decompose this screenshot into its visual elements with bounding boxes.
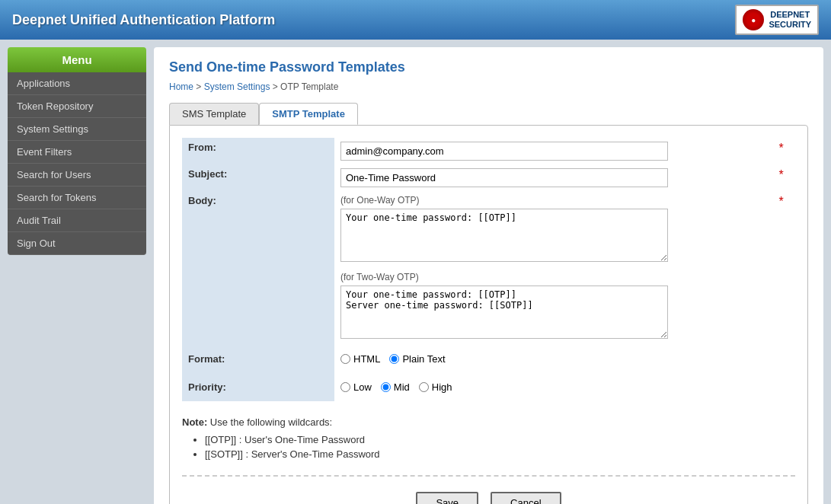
subject-field-cell (334, 164, 769, 191)
breadcrumb: Home > System Settings > OTP Template (169, 81, 808, 92)
breadcrumb-system-settings[interactable]: System Settings (204, 81, 270, 92)
sidebar-item-applications[interactable]: Applications (8, 72, 146, 95)
from-required: * (775, 142, 783, 155)
format-html-label[interactable]: HTML (340, 353, 380, 365)
from-field-cell (334, 138, 769, 164)
wildcard-sotp: [[SOTP]] : Server's One-Time Password (205, 448, 795, 460)
tab-sms-template[interactable]: SMS Template (169, 103, 259, 125)
tab-smtp-template[interactable]: SMTP Template (259, 103, 358, 125)
body-field-cell: (for One-Way OTP) Your one-time password… (334, 191, 769, 345)
format-plaintext-radio[interactable] (389, 354, 399, 364)
body-row: Body: (for One-Way OTP) Your one-time pa… (182, 191, 795, 345)
priority-field-cell: Low Mid High (334, 373, 795, 401)
format-label: Format: (182, 345, 334, 373)
wildcards-list: [[OTP]] : User's One-Time Password [[SOT… (205, 434, 795, 460)
cancel-button[interactable]: Cancel (491, 492, 561, 504)
subject-row: Subject: * (182, 164, 795, 191)
button-row: Save Cancel (182, 492, 795, 504)
logo: ● DEEPNETSECURITY (735, 5, 819, 35)
sidebar-item-event-filters[interactable]: Event Filters (8, 141, 146, 164)
priority-high-label[interactable]: High (419, 381, 452, 393)
format-plaintext-label[interactable]: Plain Text (389, 353, 445, 365)
sidebar-menu-header: Menu (8, 47, 146, 72)
from-row: From: * (182, 138, 795, 164)
save-button[interactable]: Save (416, 492, 478, 504)
form-table: From: * Subject: * Body: (for O (182, 138, 795, 401)
breadcrumb-current: OTP Template (280, 81, 338, 92)
divider (182, 475, 795, 477)
note-prefix: Note: (182, 416, 207, 428)
priority-low-radio[interactable] (340, 382, 350, 392)
subject-input[interactable] (340, 168, 668, 187)
note-section: Note: Use the following wildcards: [[OTP… (182, 416, 795, 460)
body-required: * (775, 195, 783, 208)
body-one-way-label: (for One-Way OTP) (340, 195, 763, 206)
priority-row: Priority: Low Mid High (182, 373, 795, 401)
main-content: Send One-time Password Templates Home > … (154, 47, 823, 504)
from-input[interactable] (340, 142, 668, 161)
sidebar-item-sign-out[interactable]: Sign Out (8, 232, 146, 255)
sidebar-item-system-settings[interactable]: System Settings (8, 118, 146, 141)
sidebar-item-search-for-tokens[interactable]: Search for Tokens (8, 187, 146, 209)
format-radio-group: HTML Plain Text (340, 349, 789, 369)
sidebar: Menu Applications Token Repository Syste… (8, 47, 146, 504)
tabs: SMS Template SMTP Template (169, 103, 808, 125)
format-row: Format: HTML Plain Text (182, 345, 795, 373)
wildcard-otp: [[OTP]] : User's One-Time Password (205, 434, 795, 445)
layout: Menu Applications Token Repository Syste… (0, 40, 831, 504)
sidebar-item-audit-trail[interactable]: Audit Trail (8, 209, 146, 232)
app-title: Deepnet Unified Authentication Platform (12, 12, 275, 28)
subject-required: * (775, 168, 783, 181)
format-html-radio[interactable] (340, 354, 350, 364)
body-label: Body: (182, 191, 334, 345)
logo-text: DEEPNETSECURITY (769, 10, 811, 30)
priority-label: Priority: (182, 373, 334, 401)
priority-mid-label[interactable]: Mid (381, 381, 410, 393)
body-two-way-textarea[interactable]: Your one-time password: [[OTP]] Server o… (340, 285, 668, 339)
sidebar-item-token-repository[interactable]: Token Repository (8, 95, 146, 118)
body-one-way-textarea[interactable]: Your one-time password: [[OTP]] (340, 209, 668, 262)
header: Deepnet Unified Authentication Platform … (0, 0, 831, 40)
sidebar-item-search-for-users[interactable]: Search for Users (8, 164, 146, 187)
format-field-cell: HTML Plain Text (334, 345, 795, 373)
note-text: Use the following wildcards: (207, 416, 332, 428)
body-two-way-label: (for Two-Way OTP) (340, 272, 763, 282)
logo-icon: ● (743, 9, 764, 30)
form-area: From: * Subject: * Body: (for O (169, 125, 808, 504)
breadcrumb-home[interactable]: Home (169, 81, 193, 92)
from-label: From: (182, 138, 334, 164)
page-title: Send One-time Password Templates (169, 59, 808, 75)
priority-high-radio[interactable] (419, 382, 429, 392)
priority-radio-group: Low Mid High (340, 377, 789, 397)
subject-label: Subject: (182, 164, 334, 191)
priority-low-label[interactable]: Low (340, 381, 372, 393)
priority-mid-radio[interactable] (381, 382, 391, 392)
